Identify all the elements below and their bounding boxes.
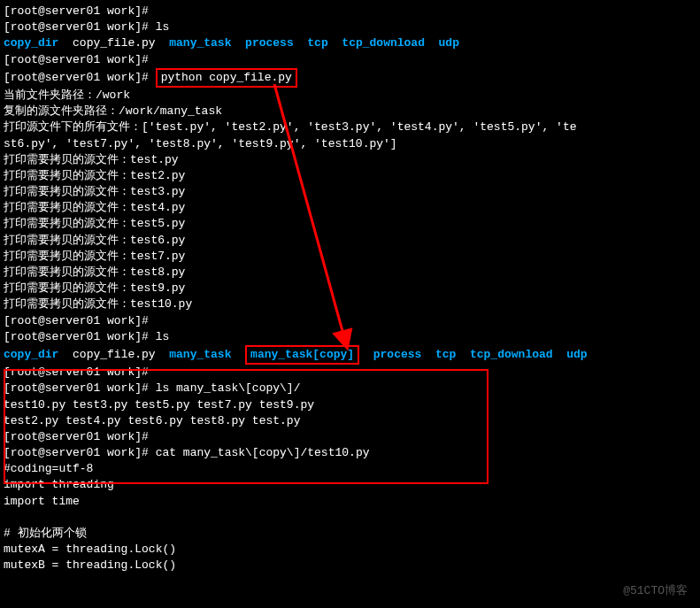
dir-item: tcp_download: [342, 36, 425, 50]
ls-output: copy_dir copy_file.py many_task many_tas…: [4, 345, 696, 365]
output-line: 打印需要拷贝的源文件：test.py: [4, 152, 696, 168]
dir-item: copy_dir: [4, 36, 58, 50]
highlight-copy-dir: many_task[copy]: [245, 345, 359, 365]
output-line: 当前文件夹路径：/work: [4, 88, 696, 104]
command-ls: ls: [156, 330, 170, 343]
dir-item: tcp: [435, 348, 456, 361]
dir-item: udp: [439, 36, 459, 50]
cat-output: [4, 510, 696, 526]
prompt-line: [root@server01 work]# ls: [4, 19, 696, 35]
ls-output: copy_dir copy_file.py many_task process …: [4, 35, 696, 51]
prompt-line: [root@server01 work]# python copy_file.p…: [4, 68, 696, 88]
prompt: [root@server01 work]#: [4, 20, 149, 34]
prompt: [root@server01 work]#: [4, 330, 149, 343]
cat-output: mutexB = threading.Lock(): [4, 558, 696, 573]
highlight-box-large: [4, 369, 488, 484]
dir-item: process: [373, 348, 422, 361]
prompt: [root@server01 work]#: [4, 53, 149, 66]
dir-item: many_task: [169, 36, 231, 50]
cat-output: # 初始化两个锁: [4, 526, 696, 542]
output-line: 打印需要拷贝的源文件：test2.py: [4, 168, 696, 184]
prompt-line: [root@server01 work]#: [4, 313, 696, 329]
output-line: st6.py', 'test7.py', 'test8.py', 'test9.…: [4, 136, 696, 152]
output-line: 打印需要拷贝的源文件：test10.py: [4, 296, 696, 312]
dir-item: many_task: [169, 348, 231, 361]
dir-item: tcp_download: [470, 348, 553, 361]
prompt-line: [root@server01 work]#: [4, 4, 696, 19]
prompt: [root@server01 work]#: [4, 314, 149, 327]
output-line: 打印需要拷贝的源文件：test9.py: [4, 281, 696, 296]
cat-output: mutexA = threading.Lock(): [4, 542, 696, 558]
output-line: 打印需要拷贝的源文件：test5.py: [4, 216, 696, 232]
dir-item: process: [245, 36, 294, 50]
watermark: @51CTO博客: [623, 583, 688, 599]
output-line: 复制的源文件夹路径：/work/many_task: [4, 104, 696, 119]
highlight-python-cmd: python copy_file.py: [156, 68, 297, 88]
dir-item: tcp: [307, 36, 327, 50]
prompt-line: [root@server01 work]# ls: [4, 329, 696, 345]
command-python: python copy_file.py: [161, 71, 292, 84]
dir-item: copy_dir: [4, 348, 58, 361]
dir-item: many_task[copy]: [250, 348, 354, 361]
file-item: copy_file.py: [73, 348, 156, 361]
dir-item: udp: [566, 348, 587, 361]
output-line: 打印源文件下的所有文件：['test.py', 'test2.py', 'tes…: [4, 119, 696, 135]
prompt: [root@server01 work]#: [4, 71, 149, 84]
prompt-line: [root@server01 work]#: [4, 52, 696, 68]
output-line: 打印需要拷贝的源文件：test3.py: [4, 184, 696, 200]
file-item: copy_file.py: [73, 36, 156, 50]
output-line: 打印需要拷贝的源文件：test6.py: [4, 233, 696, 249]
cat-output: import time: [4, 494, 696, 510]
output-line: 打印需要拷贝的源文件：test8.py: [4, 265, 696, 281]
command-ls: ls: [156, 20, 170, 34]
output-line: 打印需要拷贝的源文件：test4.py: [4, 200, 696, 216]
output-line: 打印需要拷贝的源文件：test7.py: [4, 249, 696, 265]
prompt: [root@server01 work]#: [4, 4, 149, 18]
